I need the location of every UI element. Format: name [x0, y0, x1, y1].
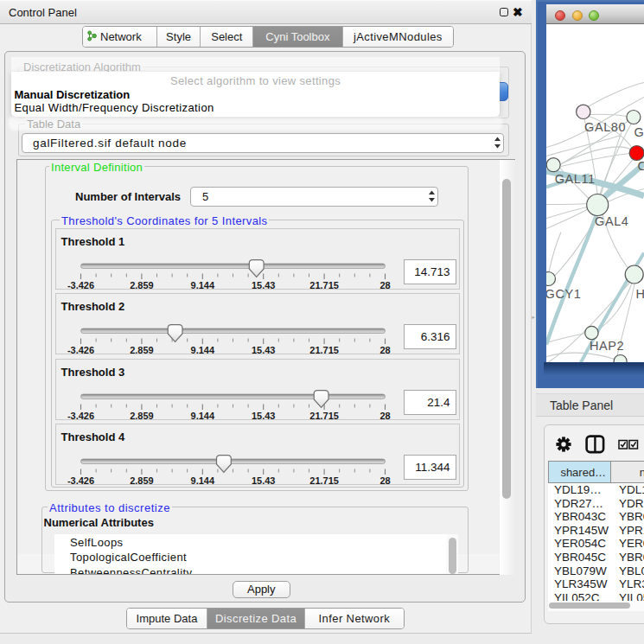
svg-text:28: 28	[379, 279, 390, 290]
svg-text:GAL4: GAL4	[595, 214, 628, 227]
svg-text:15.43: 15.43	[251, 475, 275, 486]
svg-text:21.715: 21.715	[309, 279, 339, 290]
svg-text:-3.426: -3.426	[67, 279, 93, 290]
svg-text:HAP2: HAP2	[590, 339, 624, 353]
svg-text:15.43: 15.43	[251, 345, 275, 355]
svg-text:GAL: GAL	[634, 124, 644, 138]
svg-text:C: C	[638, 158, 644, 172]
svg-text:2.859: 2.859	[130, 345, 154, 355]
svg-text:-3.426: -3.426	[67, 410, 93, 420]
svg-text:21.715: 21.715	[309, 475, 339, 486]
svg-text:28: 28	[379, 475, 390, 486]
svg-text:21.715: 21.715	[309, 410, 339, 420]
svg-text:2.859: 2.859	[130, 475, 154, 486]
svg-text:15.43: 15.43	[251, 279, 275, 290]
svg-text:9.144: 9.144	[190, 410, 214, 420]
svg-text:GAL80: GAL80	[584, 120, 626, 134]
svg-text:28: 28	[379, 410, 390, 420]
svg-text:H: H	[636, 286, 644, 300]
svg-text:GAL11: GAL11	[555, 171, 596, 185]
svg-text:2.859: 2.859	[130, 279, 154, 290]
svg-text:21.715: 21.715	[309, 345, 339, 355]
svg-text:28: 28	[379, 345, 390, 355]
svg-text:9.144: 9.144	[190, 279, 214, 290]
svg-text:-3.426: -3.426	[67, 475, 93, 486]
svg-text:15.43: 15.43	[251, 410, 275, 420]
svg-text:9.144: 9.144	[190, 345, 214, 355]
svg-text:2.859: 2.859	[130, 410, 154, 420]
svg-text:GCY1: GCY1	[546, 287, 581, 301]
svg-text:-3.426: -3.426	[67, 345, 93, 355]
svg-text:9.144: 9.144	[190, 475, 214, 486]
